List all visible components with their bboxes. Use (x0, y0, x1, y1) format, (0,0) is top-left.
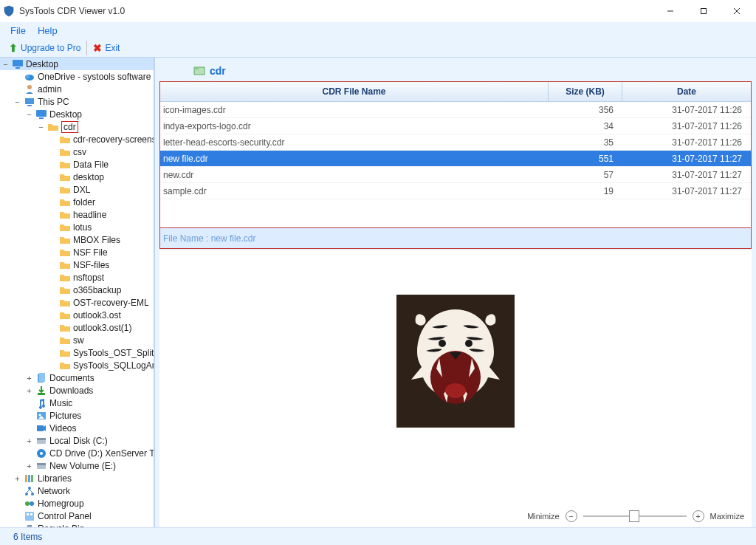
cell-date: 31-07-2017 11:27 (619, 186, 748, 196)
expander-icon[interactable]: + (25, 436, 33, 445)
tree-item-label: Videos (49, 423, 76, 433)
path-bar: cdr (193, 65, 752, 77)
menu-help[interactable]: Help (32, 25, 63, 36)
svg-point-43 (445, 383, 466, 398)
tree-item[interactable]: folder (0, 196, 154, 208)
tree-item[interactable]: OneDrive - systools software (0, 70, 154, 83)
tree-item-label: NSF File (73, 247, 108, 258)
cell-size: 35 (546, 137, 619, 148)
folder-icon (59, 209, 71, 221)
tree-item[interactable]: nsftopst (0, 271, 154, 284)
zoom-slider[interactable] (583, 515, 687, 517)
expander-icon[interactable]: − (25, 110, 33, 118)
tree-item[interactable]: NSF-files (0, 258, 154, 271)
close-button[interactable] (720, 0, 753, 22)
cell-name: new.cdr (163, 170, 546, 180)
expander-spacer (13, 85, 21, 93)
expander-icon[interactable]: − (37, 123, 45, 131)
zoom-max-label: Maximize (710, 512, 744, 521)
col-date[interactable]: Date (622, 82, 751, 101)
tree-item-label: Recycle Bin (38, 524, 84, 528)
zoom-slider-thumb[interactable] (629, 510, 639, 522)
monitor-icon (35, 109, 47, 120)
disk-icon (35, 435, 47, 447)
expander-spacer (25, 449, 33, 457)
file-row[interactable]: new file.cdr55131-07-2017 11:27 (160, 151, 751, 167)
tree-item[interactable]: −cdr (0, 120, 154, 133)
expander-icon[interactable]: − (13, 97, 21, 106)
maximize-button[interactable] (687, 0, 720, 22)
tree-item-label: csv (73, 147, 86, 157)
tree-item[interactable]: −Desktop (0, 108, 154, 120)
tree-item[interactable]: Videos (0, 422, 154, 434)
monitor-icon (12, 58, 24, 70)
tree-item[interactable]: +New Volume (E:) (0, 459, 154, 472)
col-name[interactable]: CDR File Name (160, 82, 549, 101)
col-size[interactable]: Size (KB) (549, 82, 622, 101)
tree-item[interactable]: desktop (0, 171, 154, 183)
expander-icon[interactable]: − (1, 60, 10, 68)
tree-item[interactable]: OST-recovery-EML (0, 296, 154, 309)
tree-item[interactable]: −This PC (0, 95, 154, 108)
tree-item[interactable]: Network (0, 484, 154, 497)
cell-name: indya-exports-logo.cdr (163, 121, 546, 131)
folder-icon (59, 272, 71, 284)
tree-item[interactable]: o365backup (0, 284, 154, 296)
tree-item[interactable]: SysTools_OST_Splitter_2 (0, 346, 154, 359)
tree-item[interactable]: cdr-recovery-screenshot (0, 133, 154, 145)
file-row[interactable]: icon-images.cdr35631-07-2017 11:26 (160, 102, 751, 118)
tree-item[interactable]: Homegroup (0, 497, 154, 510)
tree-item[interactable]: CD Drive (D:) XenServer Tools (0, 447, 154, 459)
file-row[interactable]: sample.cdr1931-07-2017 11:27 (160, 183, 751, 199)
tree-item[interactable]: sw (0, 334, 154, 346)
folder-tree[interactable]: − Desktop OneDrive - systools softwaread… (0, 58, 155, 527)
tree-item[interactable]: Control Panel (0, 510, 154, 522)
zoom-in-button[interactable]: + (693, 510, 704, 522)
folder-icon (59, 297, 71, 309)
expander-spacer (13, 512, 21, 520)
tree-item[interactable]: outlook3.ost (0, 309, 154, 321)
tree-item-label: outlook3.ost (73, 310, 121, 321)
tree-item[interactable]: outlook3.ost(1) (0, 321, 154, 334)
svg-point-28 (25, 493, 28, 496)
svg-point-22 (40, 452, 43, 455)
tree-item-label: cdr-recovery-screenshot (73, 134, 155, 145)
tree-root-desktop[interactable]: − Desktop (0, 58, 154, 70)
tree-item[interactable]: Data File (0, 158, 154, 171)
file-row[interactable]: new.cdr5731-07-2017 11:27 (160, 167, 751, 183)
file-row[interactable]: indya-exports-logo.cdr3431-07-2017 11:26 (160, 118, 751, 134)
tree-item[interactable]: Recycle Bin (0, 522, 154, 527)
upgrade-button[interactable]: ⬆ Upgrade to Pro (4, 42, 85, 54)
exit-button[interactable]: ✖ Exit (89, 42, 124, 54)
tree-item-label: OneDrive - systools software (38, 72, 151, 82)
minimize-button[interactable] (653, 0, 687, 22)
home-icon (24, 498, 35, 510)
svg-rect-9 (25, 98, 34, 104)
tree-item[interactable]: +Downloads (0, 384, 154, 397)
expander-icon[interactable]: + (25, 374, 33, 382)
tree-item[interactable]: Music (0, 397, 154, 409)
file-row[interactable]: letter-head-escorts-security.cdr3531-07-… (160, 134, 751, 151)
menu-file[interactable]: File (4, 25, 32, 36)
tree-item[interactable]: lotus (0, 221, 154, 233)
tree-item[interactable]: Pictures (0, 409, 154, 422)
expander-icon[interactable]: + (13, 474, 21, 482)
zoom-out-button[interactable]: − (566, 510, 577, 522)
tree-item[interactable]: SysTools_SQLLogAnalyzer (0, 359, 154, 371)
tree-item-label: o365backup (73, 285, 121, 295)
tree-item[interactable]: +Documents (0, 371, 154, 384)
expander-icon[interactable]: + (25, 386, 33, 394)
tree-item[interactable]: headline (0, 208, 154, 221)
expander-spacer (49, 361, 57, 369)
tree-item[interactable]: csv (0, 145, 154, 158)
expander-spacer (49, 160, 57, 168)
tree-item[interactable]: DXL (0, 183, 154, 196)
expander-icon[interactable]: + (25, 462, 33, 470)
folder-icon (59, 222, 71, 233)
tree-item[interactable]: +Local Disk (C:) (0, 434, 154, 447)
expander-spacer (49, 349, 57, 357)
tree-item[interactable]: +Libraries (0, 472, 154, 484)
tree-item[interactable]: NSF File (0, 246, 154, 258)
tree-item[interactable]: MBOX Files (0, 233, 154, 246)
tree-item[interactable]: admin (0, 83, 154, 95)
